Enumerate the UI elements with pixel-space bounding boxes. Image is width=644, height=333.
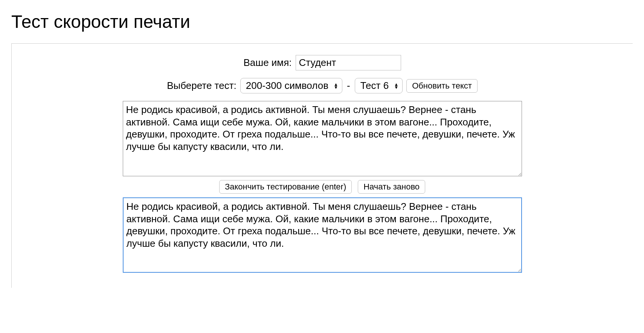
- test-number-value: Тест 6: [360, 80, 389, 92]
- finish-button[interactable]: Закончить тестирование (enter): [219, 180, 352, 194]
- updown-icon: ▲▼: [334, 83, 338, 89]
- dash-separator: -: [347, 80, 350, 92]
- test-select-label: Выберете тест:: [167, 80, 237, 92]
- length-select[interactable]: 200-300 символов ▲▼: [240, 78, 342, 93]
- test-number-select[interactable]: Тест 6 ▲▼: [355, 78, 403, 93]
- name-input[interactable]: [296, 55, 401, 70]
- reference-textarea[interactable]: [123, 101, 522, 176]
- name-label: Ваше имя:: [243, 57, 291, 69]
- page-title: Тест скорости печати: [11, 11, 633, 32]
- length-select-value: 200-300 символов: [246, 80, 328, 92]
- main-panel: Ваше имя: Выберете тест: 200-300 символо…: [11, 43, 633, 288]
- updown-icon: ▲▼: [394, 83, 398, 89]
- name-row: Ваше имя:: [12, 55, 633, 70]
- test-select-row: Выберете тест: 200-300 символов ▲▼ - Тес…: [12, 78, 633, 93]
- restart-button[interactable]: Начать заново: [358, 180, 425, 194]
- action-button-row: Закончить тестирование (enter) Начать за…: [123, 180, 522, 194]
- refresh-text-button[interactable]: Обновить текст: [406, 79, 478, 93]
- typing-textarea[interactable]: [123, 197, 522, 273]
